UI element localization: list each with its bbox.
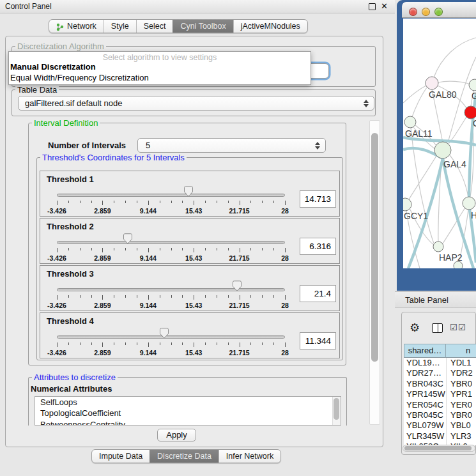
control-panel-titlebar: [0, 0, 395, 13]
network-window-titlebar[interactable]: [402, 2, 476, 18]
table-header-row: shared… n: [404, 344, 476, 358]
tick-mark: [182, 342, 183, 345]
table-data-combobox[interactable]: galFiltered.sif default node: [18, 96, 374, 111]
network-node[interactable]: [454, 261, 463, 268]
close-traffic-light-icon[interactable]: [409, 8, 417, 16]
tick-mark: [171, 201, 172, 203]
slider-track[interactable]: [57, 194, 285, 197]
table-cell[interactable]: YDR27…: [404, 368, 446, 378]
table-cell[interactable]: YBL079W: [404, 420, 446, 431]
list-item[interactable]: BetweennessCentrality: [35, 419, 341, 426]
float-window-icon[interactable]: [369, 3, 376, 10]
threshold-slider[interactable]: -3.4262.8599.14415.4321.71528: [57, 190, 285, 216]
network-edge[interactable]: [438, 81, 469, 84]
numerical-attributes-label: Numerical Attributes: [31, 384, 112, 394]
table-cell[interactable]: YER0: [446, 400, 472, 410]
table-cell[interactable]: YBR045C: [404, 410, 446, 420]
slider-thumb[interactable]: [184, 186, 193, 197]
network-node[interactable]: [404, 116, 416, 128]
table-row[interactable]: YBL079WYBL0: [404, 420, 476, 431]
network-node[interactable]: [463, 197, 475, 210]
list-item[interactable]: TopologicalCoefficient: [35, 408, 341, 418]
network-node[interactable]: [464, 106, 476, 119]
table-hscrollbar-thumb[interactable]: [404, 446, 472, 450]
gear-icon[interactable]: ⚙: [410, 321, 420, 334]
table-cell[interactable]: YBR0: [446, 379, 472, 389]
tab-impute-data[interactable]: Impute Data: [92, 450, 150, 463]
threshold-slider[interactable]: -3.4262.8599.14415.4321.71528: [57, 285, 285, 311]
table-cell[interactable]: YLR345W: [404, 431, 446, 441]
table-row[interactable]: YBR043CYBR0: [404, 379, 476, 389]
tick-mark: [137, 248, 137, 250]
slider-thumb[interactable]: [123, 233, 132, 244]
minimize-traffic-light-icon[interactable]: [422, 8, 430, 16]
table-cell[interactable]: YLR3: [446, 431, 472, 441]
column-header-shared[interactable]: shared…: [404, 344, 446, 358]
tick-mark: [80, 295, 81, 298]
bottom-tab-bar: Impute Data Discretize Data Infer Networ…: [91, 449, 281, 463]
column-layout-icon[interactable]: [432, 323, 443, 333]
table-cell[interactable]: YBR043C: [404, 379, 446, 389]
network-node-label: H: [471, 210, 476, 220]
table-cell[interactable]: YBR0: [446, 410, 472, 420]
numerical-attributes-list[interactable]: SelfLoops TopologicalCoefficient Between…: [35, 396, 341, 426]
tab-infer-network[interactable]: Infer Network: [219, 450, 280, 463]
network-edge[interactable]: [412, 88, 427, 117]
table-cell[interactable]: YPR1: [446, 389, 472, 399]
checkbox-icon[interactable]: ☑: [458, 323, 466, 332]
network-edge[interactable]: [443, 208, 465, 243]
threshold-slider[interactable]: -3.4262.8599.14415.4321.71528: [57, 238, 285, 263]
table-row[interactable]: YER054CYER0: [404, 400, 476, 410]
table-row[interactable]: YBR045CYBR0: [404, 410, 476, 420]
checkbox-icon[interactable]: ☑: [450, 323, 457, 332]
network-node[interactable]: [426, 77, 438, 89]
table-row[interactable]: YLR345WYLR3: [404, 431, 476, 441]
table-cell[interactable]: YDL1: [446, 358, 472, 368]
tick-mark: [160, 295, 160, 298]
network-node[interactable]: [403, 198, 411, 211]
settings-scrollbar-thumb[interactable]: [371, 133, 378, 362]
threshold-value-field[interactable]: 21.4: [300, 285, 336, 302]
tab-network[interactable]: Network: [49, 20, 104, 33]
tick-mark: [171, 248, 172, 250]
threshold-value-field[interactable]: 14.713: [300, 190, 336, 208]
number-of-intervals-combobox[interactable]: 5: [137, 138, 326, 153]
slider-thumb[interactable]: [160, 328, 169, 339]
list-item[interactable]: SelfLoops: [35, 397, 341, 408]
threshold-slider[interactable]: -3.4262.8599.14415.4321.71528: [57, 332, 285, 358]
dropdown-option-equal-width-frequency[interactable]: Equal Width/Frequency Discretization: [10, 73, 149, 82]
slider-track[interactable]: [57, 241, 285, 244]
table-cell[interactable]: YDL19…: [404, 358, 446, 368]
tick-mark: [148, 295, 149, 300]
table-cell[interactable]: YPR145W: [404, 389, 446, 399]
network-node[interactable]: [434, 142, 451, 158]
apply-button[interactable]: Apply: [157, 429, 196, 441]
tab-style[interactable]: Style: [104, 20, 136, 33]
table-cell[interactable]: YBL0: [446, 420, 471, 431]
tick-mark: [125, 248, 126, 250]
network-edge[interactable]: [409, 156, 436, 199]
slider-thumb[interactable]: [233, 280, 242, 291]
zoom-traffic-light-icon[interactable]: [434, 8, 443, 16]
slider-track[interactable]: [57, 335, 285, 339]
tab-select[interactable]: Select: [136, 20, 173, 33]
network-node[interactable]: [469, 79, 476, 91]
close-icon[interactable]: ✕: [381, 1, 388, 11]
table-row[interactable]: YPR145WYPR1: [404, 389, 476, 399]
list-scrollbar-thumb[interactable]: [334, 398, 339, 420]
table-cell[interactable]: YER054C: [404, 400, 446, 410]
table-row[interactable]: YDL19…YDL1: [404, 358, 476, 368]
network-canvas[interactable]: GAL80GACGAL11GAL4GCY1HHAP2: [403, 19, 476, 268]
slider-track[interactable]: [57, 288, 285, 291]
table-row[interactable]: YDR27…YDR2: [404, 368, 476, 378]
tab-jactivemnodules[interactable]: jActiveMNodules: [233, 20, 307, 33]
tick-mark: [80, 201, 81, 203]
dropdown-option-manual-discretization[interactable]: Manual Discretization: [10, 62, 96, 72]
table-cell[interactable]: YDR2: [446, 368, 473, 378]
network-node[interactable]: [433, 242, 443, 252]
threshold-value-field[interactable]: 6.316: [300, 238, 336, 255]
tab-discretize-data[interactable]: Discretize Data: [150, 450, 219, 463]
threshold-value-field[interactable]: 11.344: [300, 332, 336, 349]
tab-cyni-toolbox[interactable]: Cyni Toolbox: [173, 20, 233, 33]
column-header-name[interactable]: n: [446, 344, 476, 358]
